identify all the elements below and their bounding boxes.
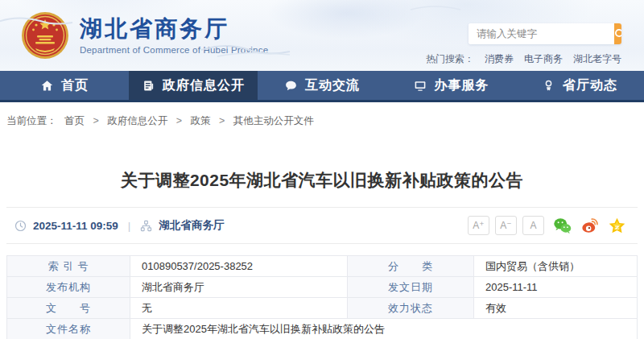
category-value: 国内贸易（含供销） <box>474 256 638 277</box>
table-row: 发布机构 湖北省商务厅 发文日期 2025-11-11 <box>7 277 638 298</box>
favorite-qzone-button[interactable] <box>608 217 626 235</box>
sitemap-icon <box>140 220 152 232</box>
breadcrumb: 当前位置： 首页 > 政府信息公开 > 政策 > 其他主动公开文件 <box>0 102 644 128</box>
breadcrumb-item-policy[interactable]: 政策 <box>191 115 211 126</box>
page-title: 关于调整2025年湖北省汽车以旧换新补贴政策的公告 <box>6 168 638 192</box>
issue-date-value: 2025-11-11 <box>474 277 638 298</box>
nav-item-news[interactable]: 省厅动态 <box>515 71 644 100</box>
site-header: 湖北省商务厅 Department of Commerce of Hubei P… <box>0 0 644 71</box>
article-meta: 2025-11-11 09:59 | 湖北省商务厅 <box>14 218 224 233</box>
site-subtitle: Department of Commerce of Hubei Province <box>80 45 268 55</box>
validity-status-label: 效力状态 <box>348 298 474 319</box>
issuing-agency-label: 发布机构 <box>7 277 130 298</box>
nav-item-interaction[interactable]: 互动交流 <box>258 71 386 100</box>
nav-item-label: 互动交流 <box>305 77 360 94</box>
qzone-star-icon <box>608 217 626 235</box>
nav-item-gov-info[interactable]: 政府信息公开 <box>129 71 258 100</box>
publish-datetime: 2025-11-11 09:59 <box>33 220 118 232</box>
document-number-value: 无 <box>130 298 348 319</box>
document-number-label: 文 号 <box>7 298 130 319</box>
hot-search-item[interactable]: 消费券 <box>485 52 514 66</box>
meta-separator: | <box>128 220 131 232</box>
nav-item-home[interactable]: 首页 <box>0 71 129 100</box>
nav-item-label: 政府信息公开 <box>163 77 245 94</box>
breadcrumb-item-other-docs[interactable]: 其他主动公开文件 <box>233 115 314 126</box>
font-reset-button[interactable]: A <box>522 216 544 235</box>
clock-icon <box>14 220 27 232</box>
share-wechat-button[interactable] <box>553 217 572 235</box>
weibo-icon <box>580 217 599 235</box>
index-number-label: 索 引 号 <box>7 256 130 277</box>
nav-item-label: 省厅动态 <box>563 77 617 94</box>
table-row: 索 引 号 010890537/2025-38252 分 类 国内贸易（含供销） <box>7 256 638 277</box>
table-row: 文件名称 关于调整2025年湖北省汽车以旧换新补贴政策的公告 <box>7 319 638 339</box>
home-icon <box>40 79 54 93</box>
breadcrumb-label: 当前位置： <box>6 115 57 126</box>
hot-search-bar: 热门搜索： 消费券 电子商务 湖北老字号 <box>426 52 621 66</box>
table-row: 文 号 无 效力状态 有效 <box>7 298 638 319</box>
page: 湖北省商务厅 Department of Commerce of Hubei P… <box>0 0 644 339</box>
nav-item-label: 首页 <box>61 77 89 94</box>
monitor-icon <box>413 79 427 93</box>
document-name-label: 文件名称 <box>7 319 130 339</box>
category-label: 分 类 <box>348 256 474 277</box>
index-number-value: 010890537/2025-38252 <box>130 256 348 277</box>
national-emblem <box>21 11 69 60</box>
wechat-icon <box>553 217 572 235</box>
person-icon <box>542 79 555 93</box>
breadcrumb-item-home[interactable]: 首页 <box>64 115 85 126</box>
nav-item-label: 办事服务 <box>435 77 489 94</box>
brand-text: 湖北省商务厅 Department of Commerce of Hubei P… <box>80 16 268 54</box>
font-larger-button[interactable]: A⁺ <box>468 216 489 235</box>
issue-date-label: 发文日期 <box>348 277 474 298</box>
search-input[interactable] <box>469 23 614 44</box>
search-button[interactable] <box>614 23 621 44</box>
document-name-value: 关于调整2025年湖北省汽车以旧换新补贴政策的公告 <box>130 319 638 339</box>
validity-status-value: 有效 <box>474 298 638 319</box>
search-box <box>469 23 621 44</box>
document-icon <box>142 79 155 93</box>
article-tools: A⁺ A⁻ A <box>468 216 626 235</box>
breadcrumb-separator: > <box>93 115 98 126</box>
main-nav: 首页 政府信息公开 互动交流 办事服务 <box>0 71 644 102</box>
publish-source: 湖北省商务厅 <box>159 218 224 233</box>
chat-bubble-icon <box>284 79 298 93</box>
breadcrumb-separator: > <box>176 115 182 126</box>
search-icon <box>614 28 621 39</box>
article: 关于调整2025年湖北省汽车以旧换新补贴政策的公告 2025-11-11 09:… <box>0 168 644 339</box>
breadcrumb-item-gov-info[interactable]: 政府信息公开 <box>107 115 167 126</box>
breadcrumb-separator: > <box>219 115 225 126</box>
hot-search-label: 热门搜索： <box>426 52 474 66</box>
article-meta-bar: 2025-11-11 09:59 | 湖北省商务厅 A⁺ A⁻ A <box>6 207 638 244</box>
nav-item-services[interactable]: 办事服务 <box>386 71 515 100</box>
font-smaller-button[interactable]: A⁻ <box>495 216 517 235</box>
site-title: 湖北省商务厅 <box>80 16 268 42</box>
hot-search-item[interactable]: 湖北老字号 <box>573 52 621 66</box>
site-brand[interactable]: 湖北省商务厅 Department of Commerce of Hubei P… <box>0 0 268 71</box>
hot-search-item[interactable]: 电子商务 <box>524 52 563 66</box>
issuing-agency-value: 湖北省商务厅 <box>130 277 348 298</box>
header-search-area: 热门搜索： 消费券 电子商务 湖北老字号 <box>426 0 644 71</box>
share-weibo-button[interactable] <box>580 217 599 235</box>
document-info-table: 索 引 号 010890537/2025-38252 分 类 国内贸易（含供销）… <box>6 255 638 339</box>
